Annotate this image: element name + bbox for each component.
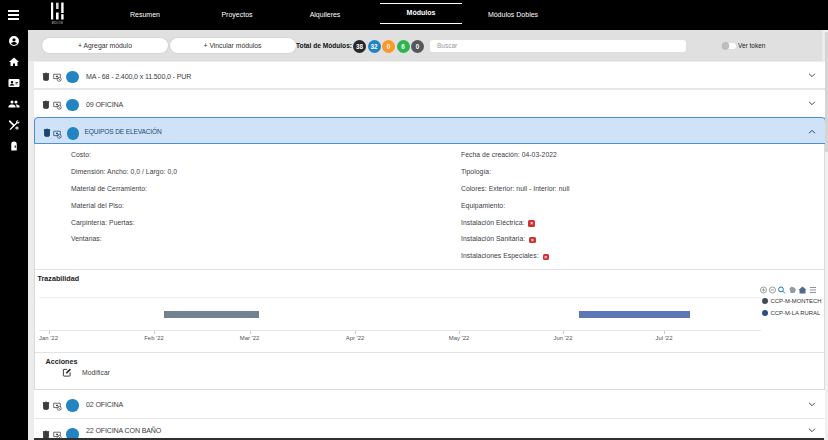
svg-text:EDOS: EDOS <box>52 20 64 25</box>
